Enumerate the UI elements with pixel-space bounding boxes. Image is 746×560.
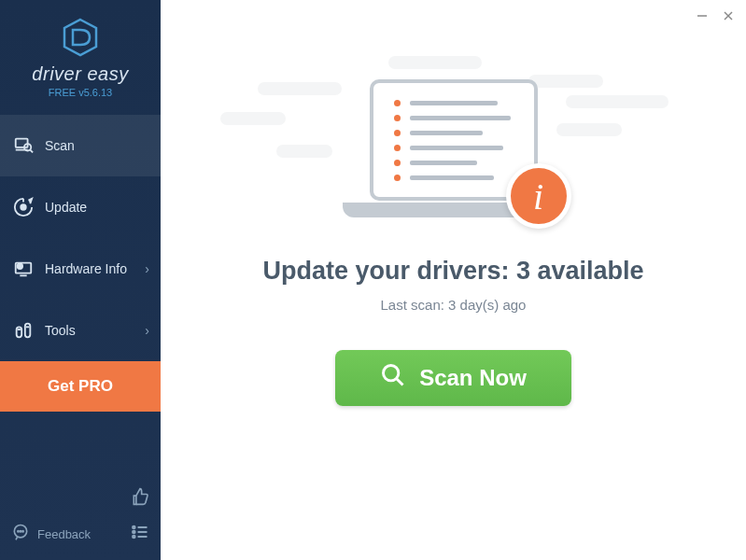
brand-name: driver easy bbox=[32, 63, 128, 85]
svg-rect-4 bbox=[16, 139, 28, 147]
sidebar-item-scan[interactable]: Scan bbox=[0, 115, 161, 176]
sidebar-item-hardware-info[interactable]: i Hardware Info › bbox=[0, 238, 161, 300]
minimize-button[interactable] bbox=[696, 9, 709, 22]
svg-point-18 bbox=[18, 531, 19, 532]
version-text: FREE v5.6.13 bbox=[49, 87, 112, 98]
svg-line-7 bbox=[30, 150, 33, 153]
laptop-illustration: i bbox=[342, 79, 566, 238]
scan-icon bbox=[11, 135, 35, 156]
sidebar-item-update[interactable]: Update bbox=[0, 176, 161, 238]
list-menu-button[interactable] bbox=[131, 523, 149, 545]
close-button[interactable] bbox=[722, 9, 735, 22]
svg-marker-3 bbox=[64, 20, 96, 55]
sidebar-item-label: Hardware Info bbox=[45, 261, 145, 276]
svg-point-25 bbox=[133, 536, 135, 539]
svg-point-19 bbox=[20, 531, 21, 532]
svg-text:i: i bbox=[20, 264, 21, 269]
chevron-right-icon: › bbox=[145, 323, 149, 338]
tools-icon bbox=[11, 320, 35, 341]
feedback-button[interactable]: Feedback bbox=[11, 523, 91, 545]
sidebar-bottom: Feedback bbox=[0, 478, 161, 560]
scan-button-label: Scan Now bbox=[419, 365, 527, 391]
update-icon bbox=[11, 197, 35, 217]
get-pro-label: Get PRO bbox=[48, 377, 113, 396]
scan-now-button[interactable]: Scan Now bbox=[335, 350, 571, 406]
sidebar-item-tools[interactable]: Tools › bbox=[0, 300, 161, 361]
info-badge-icon: i bbox=[506, 163, 571, 229]
hardware-icon: i bbox=[11, 259, 35, 279]
feedback-label: Feedback bbox=[37, 527, 91, 541]
sidebar-item-label: Scan bbox=[45, 138, 149, 153]
svg-line-28 bbox=[397, 379, 403, 385]
thumbs-up-button[interactable] bbox=[131, 487, 149, 510]
svg-point-27 bbox=[384, 366, 399, 381]
svg-point-20 bbox=[22, 531, 23, 532]
get-pro-button[interactable]: Get PRO bbox=[0, 361, 161, 412]
logo-section: driver easy FREE v5.6.13 bbox=[0, 0, 161, 107]
svg-point-23 bbox=[133, 531, 135, 534]
feedback-icon bbox=[11, 523, 30, 545]
svg-point-8 bbox=[21, 204, 26, 210]
svg-rect-13 bbox=[17, 327, 22, 337]
chevron-right-icon: › bbox=[145, 261, 149, 276]
sidebar: driver easy FREE v5.6.13 Scan bbox=[0, 0, 161, 560]
last-scan-text: Last scan: 3 day(s) ago bbox=[381, 297, 527, 313]
main-content: i Update your drivers: 3 available Last … bbox=[161, 0, 746, 560]
svg-rect-14 bbox=[25, 324, 31, 338]
sidebar-item-label: Update bbox=[45, 200, 149, 215]
app-logo-icon bbox=[60, 17, 101, 58]
svg-point-21 bbox=[133, 526, 135, 529]
magnify-icon bbox=[380, 362, 406, 394]
sidebar-item-label: Tools bbox=[45, 323, 145, 338]
